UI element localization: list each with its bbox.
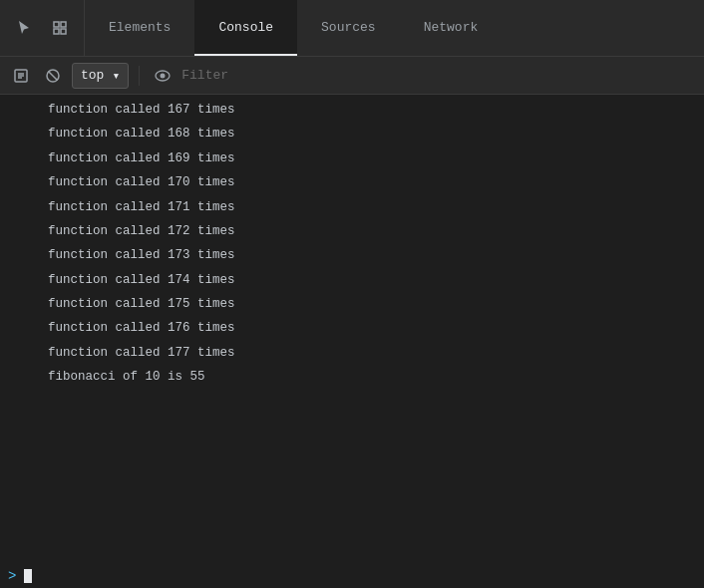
console-line: fibonacci of 10 is 55 — [0, 366, 704, 390]
eye-icon[interactable] — [150, 63, 176, 89]
block-icon[interactable] — [40, 63, 66, 89]
tab-sources[interactable]: Sources — [297, 0, 400, 56]
filter-input[interactable] — [181, 68, 696, 83]
console-line: function called 172 times — [0, 220, 704, 244]
context-selector[interactable]: top ▾ — [72, 63, 129, 89]
console-line: function called 170 times — [0, 171, 704, 195]
console-cursor — [24, 569, 32, 583]
console-line: function called 175 times — [0, 293, 704, 317]
svg-point-11 — [161, 73, 166, 78]
tab-elements[interactable]: Elements — [85, 0, 194, 56]
svg-rect-3 — [61, 29, 66, 34]
svg-line-9 — [49, 71, 58, 80]
console-line: function called 174 times — [0, 269, 704, 293]
tab-console[interactable]: Console — [194, 0, 297, 56]
tab-network[interactable]: Network — [400, 0, 503, 56]
inspect-icon[interactable] — [46, 14, 74, 42]
execute-icon[interactable] — [8, 63, 34, 89]
console-line: function called 177 times — [0, 342, 704, 366]
console-prompt: > — [8, 568, 16, 584]
console-input-area: > — [0, 564, 704, 588]
tab-icons — [0, 0, 85, 56]
toolbar-divider — [139, 66, 140, 86]
chevron-down-icon: ▾ — [112, 68, 120, 84]
svg-rect-1 — [61, 22, 66, 27]
console-line: function called 168 times — [0, 123, 704, 147]
console-line: function called 169 times — [0, 147, 704, 171]
console-toolbar: top ▾ — [0, 57, 704, 95]
svg-rect-2 — [54, 29, 59, 34]
console-line: function called 171 times — [0, 196, 704, 220]
tab-bar: Elements Console Sources Network — [0, 0, 704, 57]
console-line: function called 167 times — [0, 99, 704, 123]
svg-rect-0 — [54, 22, 59, 27]
cursor-icon[interactable] — [10, 14, 38, 42]
console-line: function called 176 times — [0, 317, 704, 341]
console-line: function called 173 times — [0, 244, 704, 268]
console-output[interactable]: function called 167 timesfunction called… — [0, 95, 704, 564]
